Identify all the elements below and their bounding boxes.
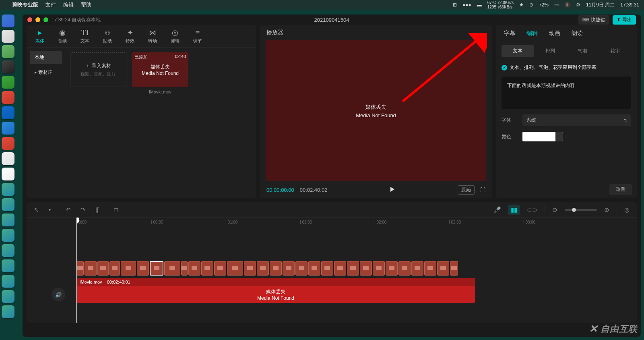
star-icon[interactable]: ★	[519, 2, 524, 8]
tray-icon[interactable]: ●●●	[462, 2, 471, 8]
clip-thumbnail[interactable]: 已添加 02:40 媒体丢失 Media Not Found	[132, 52, 188, 87]
fit-button[interactable]: ◎	[622, 205, 632, 215]
split-button[interactable]: |[	[93, 205, 101, 215]
subtitle-clip[interactable]	[360, 261, 372, 276]
dock-app-icon[interactable]	[2, 214, 14, 226]
link-icon[interactable]: ⊂⊃	[524, 205, 540, 215]
dock-app-icon[interactable]	[2, 198, 14, 211]
dock-app-icon[interactable]	[2, 106, 14, 119]
play-button[interactable]	[389, 186, 396, 194]
shortcut-button[interactable]: ⌨ 快捷键	[578, 15, 609, 25]
subtab-fancy[interactable]: 花字	[599, 45, 632, 57]
wifi-icon[interactable]: ⊙	[529, 2, 533, 8]
tray-icon[interactable]: ⊞	[453, 2, 457, 8]
tab-edit[interactable]: 编辑	[526, 30, 538, 37]
subtitle-clip[interactable]	[188, 261, 200, 276]
sidebar-item-local[interactable]: 本地	[30, 51, 62, 64]
subtitle-clip[interactable]	[109, 261, 120, 276]
subtitle-clip[interactable]	[244, 261, 256, 276]
dock-app-icon[interactable]	[2, 91, 14, 104]
media-clip[interactable]: 已添加 02:40 媒体丢失 Media Not Found iMovie.mo…	[132, 52, 188, 94]
reset-button[interactable]: 重置	[609, 184, 632, 195]
export-button[interactable]: ⬆ 导出	[613, 15, 636, 25]
menu-file[interactable]: 文件	[45, 1, 56, 8]
dock-app-icon[interactable]	[2, 30, 14, 43]
playhead[interactable]	[76, 218, 77, 323]
subtitle-clip[interactable]	[257, 261, 269, 276]
fullscreen-icon[interactable]: ⛶	[480, 187, 485, 193]
subtitle-clip[interactable]	[398, 261, 411, 276]
dock-app-icon[interactable]	[2, 290, 14, 303]
minimize-button[interactable]	[35, 17, 40, 22]
dock-app-icon[interactable]	[2, 183, 14, 196]
crop-button[interactable]: ◻	[111, 205, 121, 215]
subtitle-clip[interactable]	[214, 261, 226, 276]
aspect-ratio-button[interactable]: 原始	[458, 185, 475, 195]
subtitle-clip[interactable]	[321, 261, 333, 276]
subtitle-clip[interactable]	[97, 261, 109, 276]
tab-readaloud[interactable]: 朗读	[572, 30, 583, 37]
dock-app-icon[interactable]	[2, 122, 14, 135]
subtitle-clip[interactable]	[76, 261, 84, 276]
tab-transition[interactable]: ⋈转场	[142, 27, 163, 46]
subtitle-clip[interactable]	[227, 261, 243, 276]
mic-icon[interactable]: 🎤	[491, 205, 504, 215]
tab-subtitle[interactable]: 字幕	[504, 30, 515, 37]
subtab-text[interactable]: 文本	[502, 45, 534, 57]
tab-audio[interactable]: ◉音频	[52, 27, 72, 46]
dock-app-icon[interactable]	[2, 275, 14, 288]
subtitle-clip[interactable]	[283, 261, 295, 276]
dock-app-icon[interactable]	[2, 152, 14, 165]
app-name[interactable]: 剪映专业版	[12, 1, 38, 8]
dock-app-icon[interactable]	[2, 305, 14, 318]
subtitle-clip[interactable]	[121, 261, 136, 276]
video-clip[interactable]: iMovie.mov 00:02:40:01 媒体丢失 Media Not Fo…	[76, 278, 475, 303]
magnet-icon[interactable]: ▮▮	[508, 205, 520, 215]
undo-button[interactable]: ↶	[63, 205, 73, 215]
close-button[interactable]	[27, 17, 32, 22]
import-media-button[interactable]: ＋ 导入素材 视频、音频、图片	[70, 52, 126, 87]
color-picker[interactable]	[522, 132, 563, 141]
tray-icon[interactable]: ▬	[477, 2, 482, 8]
subtitle-clip[interactable]	[386, 261, 398, 276]
cursor-tool-button[interactable]: ↖	[31, 205, 41, 215]
dock-app-icon[interactable]	[2, 137, 14, 150]
subtitle-clip[interactable]	[437, 261, 449, 276]
zoom-slider[interactable]	[565, 209, 597, 211]
subtitle-clip[interactable]	[201, 261, 213, 276]
subtitle-text-input[interactable]: 下面的话就是本期视频讲的内容	[502, 77, 631, 109]
dock-app-icon[interactable]	[2, 76, 14, 89]
dock-app-icon[interactable]	[2, 45, 14, 58]
zoom-out-button[interactable]: ⊖	[550, 205, 560, 215]
dock-app-icon[interactable]	[2, 259, 14, 272]
maximize-button[interactable]	[43, 17, 48, 22]
redo-button[interactable]: ↷	[78, 205, 88, 215]
volume-mute-icon[interactable]: 🔇	[564, 2, 570, 8]
timeline-tracks[interactable]: 00:00 | 00:30 | 01:00 | 01:30 | 02:00 | …	[76, 218, 637, 323]
player-viewport[interactable]: 媒体丢失 Media Not Found	[266, 40, 486, 181]
subtab-arrange[interactable]: 排列	[534, 45, 567, 57]
menubar-date[interactable]: 11月9日 周二	[586, 2, 615, 8]
tab-animation[interactable]: 动画	[549, 30, 560, 37]
chevron-down-icon[interactable]: ▾	[46, 206, 53, 214]
subtitle-clip[interactable]	[270, 261, 282, 276]
tab-effects[interactable]: ✦特效	[120, 27, 140, 46]
subtitle-clip-selected[interactable]	[150, 261, 163, 276]
dock-app-icon[interactable]	[2, 168, 14, 180]
subtitle-clip[interactable]	[181, 261, 188, 276]
subtitle-clip[interactable]	[424, 261, 436, 276]
dock-app-icon[interactable]	[2, 244, 14, 257]
control-center-icon[interactable]: ⚙	[576, 2, 580, 8]
dock-app-icon[interactable]	[2, 15, 14, 27]
tab-filter[interactable]: ◎滤镜	[165, 27, 185, 46]
subtab-bubble[interactable]: 气泡	[566, 45, 599, 57]
subtitle-clip[interactable]	[347, 261, 359, 276]
sidebar-item-library[interactable]: ▸素材库	[30, 66, 62, 79]
tab-sticker[interactable]: ☺贴纸	[97, 27, 118, 46]
menu-edit[interactable]: 编辑	[63, 1, 74, 8]
subtitle-clip[interactable]	[373, 261, 385, 276]
zoom-in-button[interactable]: ⊕	[602, 205, 612, 215]
apply-all-checkbox[interactable]: ✓ 文本、排列、气泡、花字应用到全部字幕	[502, 64, 631, 71]
subtitle-clip[interactable]	[411, 261, 423, 276]
subtitle-clip[interactable]	[295, 261, 308, 276]
